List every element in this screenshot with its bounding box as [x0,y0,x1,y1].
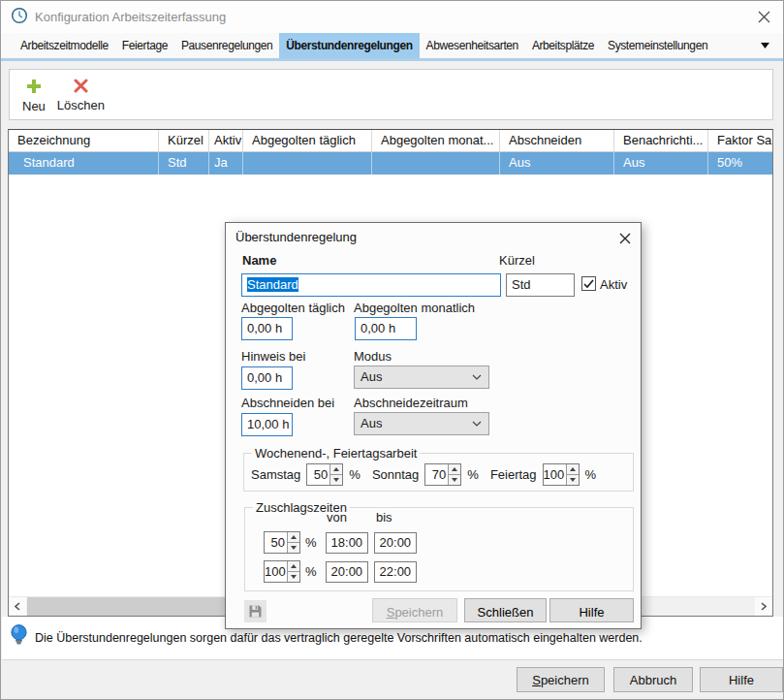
col-abgegolten-taeglich[interactable]: Abgegolten täglich [243,130,372,151]
delete-button[interactable]: Löschen [57,79,105,119]
abgegolten-taeglich-label: Abgegolten täglich [241,301,345,315]
aktiv-label: Aktiv [600,277,627,292]
dialog-close-button2[interactable]: Schließen [464,598,547,622]
abschneidezeitraum-label: Abschneidezeitraum [354,396,468,410]
dialog-save-button[interactable]: Speichern [372,598,457,622]
tab-abwesenheitsarten[interactable]: Abwesenheitsarten [420,33,525,58]
title-bar: Konfiguration Arbeitszeiterfassung [1,1,783,33]
abschneiden-label: Abschneiden bei [241,396,334,410]
scroll-left-button[interactable] [9,597,26,616]
sonntag-up[interactable] [449,464,460,475]
tab-systemeinstellungen[interactable]: Systemeinstellungen [601,33,714,58]
cancel-button[interactable]: Abbruch [613,667,693,692]
col-bezeichnung[interactable]: Bezeichnung [9,130,159,151]
delete-x-icon [74,79,88,96]
zuschlag-percent-spinner-1[interactable]: 50 [264,531,300,554]
abgegolten-monatlich-label: Abgegolten monatlich [354,301,475,315]
col-aktiv[interactable]: Aktiv [209,130,243,151]
tab-feiertage[interactable]: Feiertage [115,33,174,58]
col-abschneiden[interactable]: Abschneiden [500,130,614,151]
dialog-close-button[interactable] [617,231,633,246]
sonntag-label: Sonntag [372,467,419,482]
hinweis-label: Hinweis bei [241,349,305,364]
tab-arbeitszeitmodelle[interactable]: Arbeitszeitmodelle [14,33,115,58]
abgegolten-taeglich-input[interactable]: 0,00 h [241,317,293,340]
modus-select[interactable]: Aus [354,366,489,389]
feiertag-spinner[interactable]: 100 [543,463,580,486]
table-header: Bezeichnung Kürzel Aktiv Abgegolten tägl… [9,130,772,152]
zuschlag-von-input-1[interactable]: 18:00 [326,532,368,554]
new-button[interactable]: Neu [22,79,46,119]
sonntag-down[interactable] [449,475,460,485]
abschneiden-input[interactable]: 10,00 h [241,413,293,436]
col-faktor-sa[interactable]: Faktor Sa [708,130,772,151]
save-disk-button[interactable] [244,600,267,622]
samstag-up[interactable] [330,464,342,475]
scroll-right-button[interactable] [755,597,772,616]
kuerzel-input[interactable]: Std [506,273,575,297]
samstag-spinner[interactable]: 50 [306,463,343,486]
app-window: Konfiguration Arbeitszeiterfassung Arbei… [0,0,784,700]
overtime-rule-dialog: Überstundenregelung Name Standard Kürzel… [225,222,642,629]
col-benachrichtigung[interactable]: Benachrichti... [614,130,708,151]
name-input[interactable]: Standard [241,273,501,297]
tab-overflow-button[interactable] [761,33,769,58]
abgegolten-monatlich-input[interactable]: 0,00 h [355,317,417,340]
zuschlag-percent-spinner-2[interactable]: 100 [264,560,300,583]
footer-bar: Speichern Abbruch Hilfe [2,660,784,700]
tab-pausenregelungen[interactable]: Pausenregelungen [174,33,279,58]
von-label: von [327,510,347,525]
clock-icon [11,7,28,27]
window-close-button[interactable] [756,9,771,24]
samstag-label: Samstag [251,467,300,482]
name-label: Name [242,253,276,268]
weekend-group: Wochenend-, Feiertagsarbeit Samstag 50 %… [243,446,634,492]
tab-ueberstundenregelungen[interactable]: Überstundenregelungen [279,33,419,58]
window-title: Konfiguration Arbeitszeiterfassung [35,10,226,24]
col-abgegolten-monatlich[interactable]: Abgegolten monat... [372,130,500,151]
toolbar: Neu Löschen [9,69,773,120]
table-row-standard[interactable]: Standard Std Ja Aus Aus 50% [9,152,772,175]
feiertag-down[interactable] [567,475,579,485]
abschneidezeitraum-select[interactable]: Aus [354,412,489,435]
bulb-icon [11,624,27,652]
plus-icon [26,79,42,97]
weekend-group-legend: Wochenend-, Feiertagsarbeit [252,446,420,461]
samstag-down[interactable] [330,475,342,485]
zuschlag-von-input-2[interactable]: 20:00 [326,561,368,583]
dialog-title: Überstundenregelung [235,230,357,244]
hint-text: Die Überstundenregelungen sorgen dafür d… [35,631,643,645]
col-kuerzel[interactable]: Kürzel [159,130,209,151]
bis-label: bis [376,510,392,525]
modus-label: Modus [354,349,392,364]
tab-bar: Arbeitszeitmodelle Feiertage Pausenregel… [1,33,783,61]
aktiv-checkbox[interactable] [581,276,596,291]
sonntag-spinner[interactable]: 70 [424,463,461,486]
dialog-help-button[interactable]: Hilfe [549,598,634,622]
help-button[interactable]: Hilfe [700,667,783,692]
feiertag-label: Feiertag [490,467,537,482]
tab-arbeitsplaetze[interactable]: Arbeitsplätze [525,33,601,58]
kuerzel-label: Kürzel [499,253,535,268]
hinweis-input[interactable]: 0,00 h [241,366,293,390]
feiertag-up[interactable] [567,464,579,475]
zuschlag-bis-input-2[interactable]: 22:00 [374,561,417,583]
save-button[interactable]: Speichern [517,667,605,692]
zuschlag-bis-input-1[interactable]: 20:00 [374,532,417,554]
